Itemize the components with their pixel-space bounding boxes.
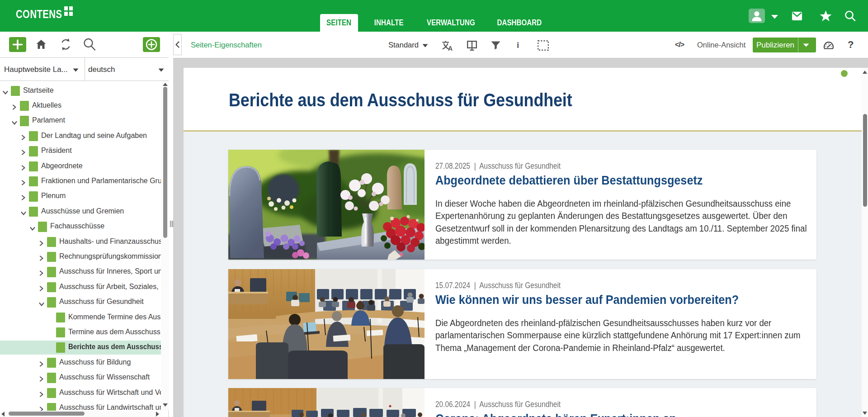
svg-text:A: A <box>448 45 453 51</box>
